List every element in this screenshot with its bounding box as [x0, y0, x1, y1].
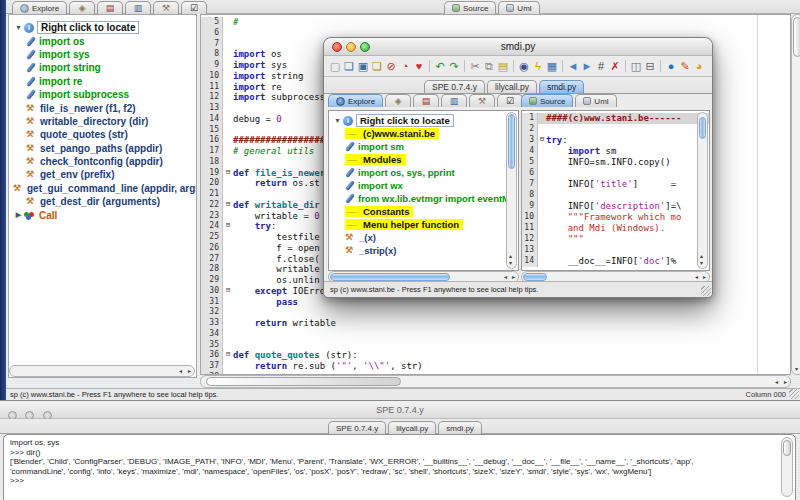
code-line[interactable]: 5 INFO=sm.INFO.copy() — [522, 157, 709, 168]
doc-tab-spe-0-7-4-y[interactable]: SPE 0.7.4.y — [424, 80, 485, 93]
python-shell[interactable]: import os, sys>>> dir()['Blender', 'Chil… — [3, 434, 796, 500]
scroll-right-icon[interactable]: ▸ — [512, 274, 515, 280]
tree-item[interactable]: ⚒_(x) — [332, 231, 518, 244]
tree-item[interactable]: ▶Call — [13, 208, 196, 221]
editor-vscrollbar[interactable]: ▾ — [791, 14, 800, 375]
code-line[interactable]: 3⊟try: — [522, 135, 709, 146]
paint-icon[interactable]: ✎ — [678, 59, 692, 73]
goto-line-icon[interactable]: # — [594, 59, 608, 73]
tree-item[interactable]: from wx.lib.evtmgr import eventM — [332, 192, 518, 205]
smdi-titlebar[interactable]: smdi.py — [324, 38, 712, 56]
tree-item[interactable]: import subprocess — [13, 88, 196, 101]
check-tab[interactable]: ☑ — [497, 94, 523, 107]
resize-grip[interactable] — [789, 389, 799, 399]
recent-icon[interactable]: ◔ — [398, 59, 412, 73]
code-line[interactable]: 37 return re.sub ('"', '\\"', str) — [201, 361, 790, 372]
vscroll-thumb[interactable] — [793, 17, 800, 57]
output-tab[interactable]: ▤ — [413, 94, 439, 107]
open-icon[interactable]: ❏ — [342, 59, 356, 73]
vscroll-thumb[interactable] — [783, 440, 791, 456]
tab-source[interactable]: Source — [444, 1, 496, 14]
scroll-right-icon[interactable]: ▸ — [703, 274, 706, 280]
copy-icon[interactable]: ⧉ — [482, 59, 496, 73]
code-line[interactable]: 34 — [201, 329, 790, 340]
code-line[interactable]: 35 — [201, 340, 790, 351]
smdi-source-body[interactable]: 1####(c)www.stani.be------23⊟try:4 impor… — [521, 110, 710, 271]
split-horizontal-icon[interactable]: ⊟ — [643, 59, 657, 73]
tree-item[interactable]: ⚒file_is_newer (f1, f2) — [13, 101, 196, 114]
browser-icon[interactable]: ● — [664, 59, 678, 73]
hscroll-thumb[interactable] — [330, 273, 450, 281]
favorite-icon[interactable]: ♥ — [412, 59, 426, 73]
tree-item[interactable]: import string — [13, 61, 196, 74]
hscroll-thumb[interactable] — [523, 273, 547, 281]
todo-tab[interactable]: ⚒ — [469, 94, 495, 107]
editor-hscrollbar[interactable]: ◂ ▸ — [200, 375, 791, 388]
tree-item[interactable]: —Modules — [332, 153, 518, 166]
tree-item[interactable]: import re — [13, 75, 196, 88]
paste-icon[interactable]: ▤ — [496, 59, 510, 73]
fold-marker-icon[interactable]: ⊟ — [538, 135, 546, 146]
hscroll-thumb[interactable] — [206, 377, 401, 386]
code-line[interactable]: 13 — [522, 245, 709, 256]
tab-explore[interactable]: Explore — [12, 1, 67, 14]
tree-item[interactable]: —(c)www.stani.be — [332, 127, 518, 140]
tab-source[interactable]: Source — [521, 94, 573, 107]
tree-item[interactable]: import os, sys, pprint — [332, 166, 518, 179]
tree-item[interactable]: ⚒get_env (prefix) — [13, 168, 196, 181]
doc-tab-smdi-py[interactable]: smdi.py — [539, 80, 584, 93]
code-line[interactable]: 1####(c)www.stani.be------ — [522, 113, 709, 124]
scroll-left-icon[interactable]: ◂ — [179, 368, 182, 374]
fold-marker-icon[interactable]: ⊟ — [223, 350, 233, 361]
expander-down-icon[interactable]: ▼ — [13, 24, 24, 31]
todo-tab[interactable]: ⚒ — [153, 1, 179, 14]
smdi-tree-body[interactable]: ▼ i Right click to locate —(c)www.stani.… — [328, 110, 519, 271]
tab-explore[interactable]: Explore — [328, 94, 383, 107]
scroll-left-icon[interactable]: ◂ — [775, 379, 778, 385]
code-line[interactable]: 11 and Mdi (Windows). — [522, 223, 709, 234]
tree-item[interactable]: ⚒check_fontconfig (appdir) — [13, 155, 196, 168]
doc-tab-lilycall-py[interactable]: lilycall.py — [487, 80, 537, 93]
scroll-down-icon[interactable]: ▾ — [795, 366, 798, 372]
code-line[interactable]: 36⊟def quote_quotes (str): — [201, 350, 790, 361]
check-tab[interactable]: ☑ — [181, 1, 207, 14]
index-tab[interactable]: ◈ — [69, 1, 95, 14]
scroll-left-icon[interactable]: ◂ — [504, 274, 507, 280]
code-line[interactable]: 4 import sm — [522, 146, 709, 157]
fold-marker-icon[interactable]: ⊟ — [223, 286, 233, 297]
tab-uml[interactable]: Uml — [498, 1, 539, 14]
shell-tab-smdi-py[interactable]: smdi.py — [438, 421, 482, 434]
expander-right-icon[interactable]: ▶ — [13, 211, 24, 219]
tab-uml[interactable]: Uml — [575, 94, 616, 107]
cut-icon[interactable]: ✂ — [468, 59, 482, 73]
index-tab[interactable]: ◈ — [385, 94, 411, 107]
close-icon[interactable]: ⊘ — [384, 59, 398, 73]
tree-item[interactable]: ⚒get_dest_dir (arguments) — [13, 195, 196, 208]
tree-item[interactable]: ⚒writable_directory (dir) — [13, 115, 196, 128]
scroll-up-icon[interactable]: ▴ — [509, 253, 512, 259]
tree-item[interactable]: ⚒quote_quotes (str) — [13, 128, 196, 141]
vscroll-thumb[interactable] — [699, 117, 706, 139]
donate-icon[interactable]: ◕ — [692, 59, 706, 73]
tree-root-row[interactable]: ▼ i Right click to locate — [13, 21, 196, 34]
fold-marker-icon[interactable]: ⊟ — [223, 168, 233, 179]
tree-item[interactable]: —Menu helper function — [332, 218, 518, 231]
tree-item[interactable]: ⚒get_gui_command_line (appdir, args) — [13, 182, 196, 195]
scroll-down-icon[interactable]: ▾ — [509, 260, 512, 266]
find-icon[interactable]: ◉ — [517, 59, 531, 73]
code-line[interactable]: 7 INFO['title'] = — [522, 179, 709, 190]
save-icon[interactable]: ▣ — [356, 59, 370, 73]
shell-tab-spe-0-7-4-y[interactable]: SPE 0.7.4.y — [328, 421, 386, 434]
new-icon[interactable]: ▢ — [328, 59, 342, 73]
tree-root-row[interactable]: ▼ i Right click to locate — [332, 114, 518, 127]
scroll-right-icon[interactable]: ▸ — [188, 368, 191, 374]
notes-tab[interactable]: ▥ — [441, 94, 467, 107]
code-line[interactable]: 32 — [201, 307, 790, 318]
code-line[interactable]: 8 — [522, 190, 709, 201]
shell-tab-lilycall-py[interactable]: lilycall.py — [388, 421, 436, 434]
vscroll-thumb[interactable] — [508, 114, 515, 169]
tree-item[interactable]: —Constants — [332, 205, 518, 218]
forward-icon[interactable]: ► — [580, 59, 594, 73]
tree-vscrollbar[interactable]: ▴ ▾ — [506, 112, 517, 269]
tree-item[interactable]: ⚒set_pango_paths (appdir) — [13, 142, 196, 155]
